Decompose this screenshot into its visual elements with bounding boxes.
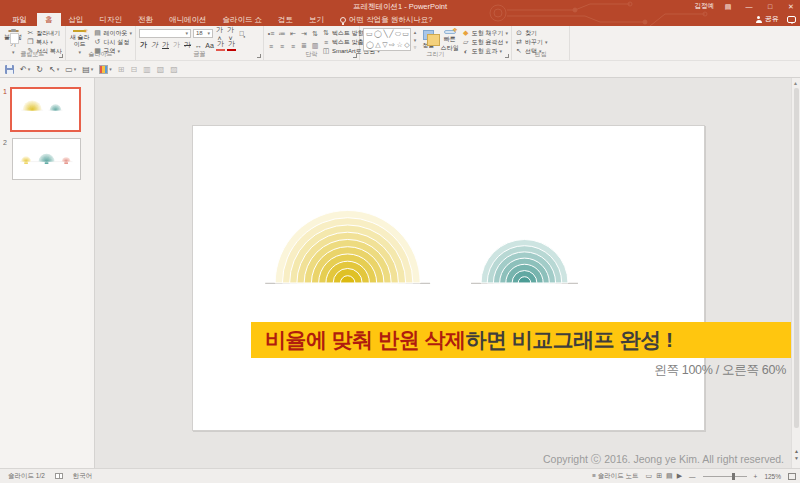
font-size-combo[interactable]: 18▾ <box>193 29 213 38</box>
tab-review[interactable]: 검토 <box>270 13 301 26</box>
grid-icon: ⊞ <box>118 65 125 74</box>
paste-button[interactable]: 붙여넣기 ▾ <box>3 28 23 51</box>
slide-number: 2 <box>3 139 7 146</box>
slideshow-view-icon[interactable]: ▶ <box>677 472 682 480</box>
normal-view-icon[interactable]: ▭ <box>646 472 653 480</box>
notes-button[interactable]: ≡ 슬라이드 노트 <box>592 472 638 481</box>
save-button[interactable] <box>5 65 14 74</box>
change-case-button[interactable]: Aa <box>205 42 214 49</box>
clipboard-group: 붙여넣기 ▾ ✂잘라내기 ❐복사▾ ✎서식 복사 클립보드 <box>0 26 66 60</box>
font-name-combo[interactable]: ▾ <box>139 29 191 38</box>
quick-styles-button[interactable]: 빠른 스타일 <box>440 28 458 51</box>
window-title: 프레젠테이션1 - PowerPoint <box>0 2 800 12</box>
slide-canvas[interactable] <box>192 125 705 431</box>
zoom-in-button[interactable]: + <box>754 473 758 480</box>
previous-slide-icon[interactable]: ▲ <box>794 449 799 454</box>
layout-tool-button[interactable]: ▤▾ <box>82 65 93 74</box>
slide-thumbnail-1[interactable] <box>10 87 81 132</box>
banner-textbox[interactable]: 비율에 맞춰 반원 삭제하면 비교그래프 완성 ! <box>251 322 800 358</box>
zoom-slider[interactable] <box>703 476 747 477</box>
main-area: 1 2 비율에 맞춰 반원 삭제하면 비교그래프 완성 ! 왼쪽 100% / … <box>0 78 800 468</box>
close-button[interactable]: ✕ <box>784 3 798 11</box>
character-spacing-button[interactable]: ↔ <box>194 42 203 49</box>
maximize-button[interactable]: □ <box>763 3 777 10</box>
clipboard-dialog-launcher[interactable] <box>59 54 63 58</box>
scrollbar-thumb[interactable] <box>794 88 799 428</box>
fit-to-window-icon[interactable] <box>788 473 796 480</box>
slides-group: 새 슬라이드 ▾ ▤레이아웃▾ ↺다시 설정 ▦구역▾ 슬라이드 <box>66 26 136 60</box>
align-left-icon[interactable]: ≡ <box>267 43 275 50</box>
numbering-icon[interactable]: ≔ <box>278 30 286 38</box>
drawing-dialog-launcher[interactable] <box>505 54 509 58</box>
tab-home[interactable]: 홈 <box>37 13 61 26</box>
theme-colors-button[interactable]: ▾ <box>99 65 112 74</box>
touch-mode-button[interactable]: ↖▾ <box>49 65 59 74</box>
zoom-slider-knob[interactable] <box>732 473 735 480</box>
copy-button[interactable]: ❐복사▾ <box>26 38 62 46</box>
reading-view-icon[interactable]: ▤ <box>666 472 673 480</box>
banner-red-text: 비율에 맞춰 반원 삭제 <box>265 326 466 354</box>
paragraph-dialog-launcher[interactable] <box>353 54 357 58</box>
reset-button[interactable]: ↺다시 설정 <box>93 38 132 46</box>
new-slide-button[interactable]: 새 슬라이드 ▾ <box>69 28 90 51</box>
semicircle-comparison-chart <box>193 126 704 430</box>
paragraph-group: •≡ ≔ ⇤ ⇥ ⇅ ≡ ≡ ≡ ≣ ▥ ⇅텍스트 방향▾ ≡텍스트 맞춤▾ ◫… <box>264 26 360 60</box>
font-dialog-launcher[interactable] <box>257 54 261 58</box>
layout-button[interactable]: ▤레이아웃▾ <box>93 29 132 37</box>
clipboard-group-label: 클립보드 <box>0 50 65 59</box>
slides-group-label: 슬라이드 <box>66 50 135 59</box>
bold-button[interactable]: 가 <box>139 40 148 50</box>
decrease-indent-icon[interactable]: ⇤ <box>289 30 297 38</box>
shapes-gallery[interactable]: ▭◯╲╱⬭▭ ◯△▽⇨☆◇ <box>363 28 411 51</box>
shapes-gallery-scroll[interactable]: ▴▾▿ <box>414 28 417 51</box>
increase-indent-icon[interactable]: ⇥ <box>300 30 308 38</box>
tab-transitions[interactable]: 전환 <box>130 13 161 26</box>
shapes-row-icons: ▭◯╲╱⬭▭ <box>366 29 408 40</box>
tab-animations[interactable]: 애니메이션 <box>161 13 215 26</box>
tab-file[interactable]: 파일 <box>2 13 37 26</box>
bullets-icon[interactable]: •≡ <box>267 30 275 37</box>
vertical-scrollbar[interactable]: ▲ <box>791 78 800 468</box>
language-indicator[interactable]: 한국어 <box>73 472 93 481</box>
share-button[interactable]: 공유 <box>755 14 779 24</box>
font-group: ▾ 18▾ 가˄ 가˅ 가͓ 가 가 가 가 가 ↔ Aa 가 가 글꼴 <box>136 26 264 60</box>
comments-icon[interactable] <box>787 16 796 23</box>
underline-button[interactable]: 가 <box>161 40 170 50</box>
italic-button[interactable]: 가 <box>150 40 159 50</box>
proofing-icon[interactable] <box>55 473 63 479</box>
clear-formatting-button[interactable]: 가͓ <box>237 30 246 37</box>
scroll-up-icon[interactable]: ▲ <box>793 80 798 86</box>
line-spacing-icon[interactable]: ⇅ <box>311 30 319 38</box>
replace-button[interactable]: ⇄바꾸기▾ <box>515 38 548 46</box>
grid-icon: ▧ <box>157 65 165 74</box>
next-slide-icon[interactable]: ▼ <box>794 456 799 461</box>
undo-button[interactable]: ↶▾ <box>20 65 30 74</box>
shape-tool-button[interactable]: ▭▾ <box>65 65 76 74</box>
tab-insert[interactable]: 삽입 <box>61 13 92 26</box>
arrange-button[interactable]: 정렬 <box>419 28 437 51</box>
shape-fill-button[interactable]: ◆도형 채우기▾ <box>462 29 508 37</box>
tab-design[interactable]: 디자인 <box>92 13 131 26</box>
slide-sorter-view-icon[interactable]: ⊞ <box>656 472 662 480</box>
slide-nav-buttons[interactable]: ▲ ▼ <box>794 449 799 461</box>
ribbon-display-options-icon[interactable]: ▤ <box>721 3 735 11</box>
find-button[interactable]: ⊙찾기 <box>515 29 548 37</box>
slide-indicator[interactable]: 슬라이드 1/2 <box>8 472 45 481</box>
tell-me-box[interactable]: 어떤 작업을 원하시나요? <box>332 13 440 26</box>
tab-view[interactable]: 보기 <box>301 13 332 26</box>
redo-button[interactable]: ↻ <box>36 65 43 74</box>
strikethrough-button[interactable]: 가 <box>183 40 192 50</box>
grid-icon: ▨ <box>170 65 178 74</box>
minimize-button[interactable]: — <box>742 3 756 10</box>
align-center-icon[interactable]: ≡ <box>278 43 286 50</box>
zoom-level[interactable]: 125% <box>764 473 781 480</box>
drawing-group: ▭◯╲╱⬭▭ ◯△▽⇨☆◇ ▴▾▿ 정렬 빠른 스타일 ◆도형 채우기▾ ▱도형… <box>360 26 512 60</box>
cut-button[interactable]: ✂잘라내기 <box>26 29 62 37</box>
user-name: 김정예 <box>695 2 715 11</box>
text-shadow-button[interactable]: 가 <box>172 40 181 50</box>
ratio-label[interactable]: 왼쪽 100% / 오른쪽 60% <box>654 362 786 379</box>
shape-outline-button[interactable]: ▱도형 윤곽선▾ <box>462 38 508 46</box>
zoom-out-button[interactable]: — <box>689 473 696 480</box>
slide-thumbnail-2[interactable] <box>12 138 81 180</box>
align-right-icon[interactable]: ≡ <box>289 43 297 50</box>
